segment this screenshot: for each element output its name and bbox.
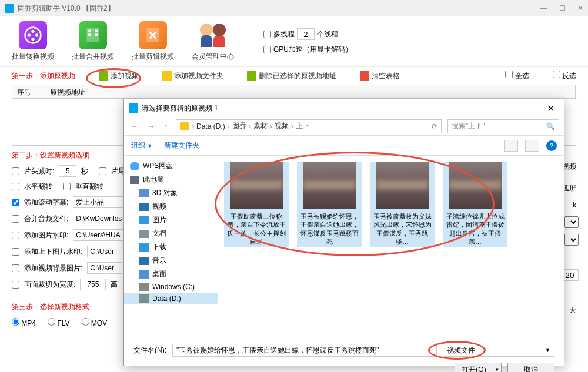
filename-input[interactable] xyxy=(172,344,437,357)
svg-rect-8 xyxy=(95,30,98,32)
bg-image-input[interactable] xyxy=(87,262,122,274)
breadcrumb-segment[interactable]: 素材 xyxy=(253,121,268,131)
svg-point-2 xyxy=(28,33,31,36)
crop-width-checkbox[interactable] xyxy=(12,281,19,289)
batch-cut-video[interactable]: 批量剪辑视频 xyxy=(132,21,174,62)
tree-icon xyxy=(139,257,149,265)
tree-icon xyxy=(130,176,139,184)
sidebar-item[interactable]: 文档 xyxy=(124,227,218,240)
nav-back-button[interactable]: ← xyxy=(129,121,141,132)
batch-convert-video[interactable]: 批量转换视频 xyxy=(12,21,54,62)
file-type-filter[interactable]: 视频文件▼ xyxy=(443,344,554,357)
open-button[interactable]: 打开(O) xyxy=(455,363,502,372)
toolbar-label: 批量合并视频 xyxy=(72,52,114,62)
gpu-checkbox[interactable] xyxy=(263,46,271,53)
scroll-subtitle-checkbox[interactable] xyxy=(12,199,19,206)
step3-label: 第三步：选择新视频格式 xyxy=(12,303,89,311)
film-reel-icon xyxy=(19,21,47,49)
organize-menu[interactable]: 组织 ▼ xyxy=(131,140,152,150)
sidebar-item[interactable]: 桌面 xyxy=(124,267,218,281)
tb-watermark-checkbox[interactable] xyxy=(12,248,19,256)
multithread-checkbox[interactable] xyxy=(263,31,271,38)
cancel-button[interactable]: 取消 xyxy=(507,363,554,372)
sidebar-item[interactable]: 音乐 xyxy=(124,254,218,267)
breadcrumb-segment[interactable]: 上下 xyxy=(296,121,310,131)
partial-select-2[interactable] xyxy=(564,234,579,246)
sidebar-item[interactable]: 3D 对象 xyxy=(124,186,218,200)
format-mov-radio[interactable]: MOV xyxy=(82,318,108,327)
file-item[interactable]: 玉秀被赐婚给怀恩，王偎亲自送她出嫁，怀恩谋反玉秀跳楼而死 xyxy=(297,162,362,247)
file-name: 子澹继位锦儿上位成贵妃，因污蔑王偎被赶出皇宫，被王偎亲… xyxy=(443,211,507,247)
dialog-nav-bar: ← → ↑ › Data (D:)› 固乔› 素材› 视频› 上下 ⟳ 搜索"上… xyxy=(124,117,564,136)
search-input[interactable]: 搜索"上下" 🔍 xyxy=(447,119,559,133)
file-item[interactable]: 玉秀被萧綦收为义妹风光出嫁，宋怀恩为王偎谋反，玉秀跳楼… xyxy=(370,162,435,247)
preview-pane-button[interactable] xyxy=(525,140,539,152)
sidebar-item[interactable]: 图片 xyxy=(124,213,218,227)
tree-label: 音乐 xyxy=(152,256,166,266)
breadcrumb-segment[interactable]: 固乔 xyxy=(232,121,246,131)
cut-head-checkbox[interactable] xyxy=(12,167,19,175)
delete-selected-button[interactable]: 删除已选择的原视频地址 xyxy=(247,71,336,81)
vflip-checkbox[interactable] xyxy=(63,183,71,190)
member-center[interactable]: 会员管理中心 xyxy=(192,21,234,62)
clear-table-button[interactable]: 清空表格 xyxy=(360,71,400,81)
toolbar-label: 会员管理中心 xyxy=(192,52,234,62)
tree-icon xyxy=(139,203,149,211)
tree-label: 此电脑 xyxy=(143,175,164,185)
breadcrumb-segment[interactable]: Data (D:) xyxy=(196,122,225,130)
video-thumbnail xyxy=(449,162,502,209)
breadcrumb[interactable]: › Data (D:)› 固乔› 素材› 视频› 上下 ⟳ xyxy=(176,119,442,133)
batch-merge-video[interactable]: 批量合并视频 xyxy=(72,21,114,62)
maximize-button[interactable]: ☐ xyxy=(559,4,566,12)
partial-select-1[interactable] xyxy=(564,216,579,228)
dialog-close-button[interactable]: ✕ xyxy=(542,103,559,114)
add-folder-button[interactable]: 添加视频文件夹 xyxy=(162,71,223,81)
sidebar-item[interactable]: 视频 xyxy=(124,200,218,213)
filmstrip-icon xyxy=(79,21,107,49)
close-button[interactable]: ✕ xyxy=(577,4,583,12)
hflip-checkbox[interactable] xyxy=(12,183,19,190)
col-path: 原视频地址 xyxy=(45,85,576,98)
help-icon[interactable]: ? xyxy=(546,140,557,151)
add-video-button[interactable]: 添加视频 xyxy=(99,71,139,81)
svg-point-4 xyxy=(31,38,34,41)
crop-width-input[interactable] xyxy=(80,279,106,290)
main-toolbar: 批量转换视频 批量合并视频 批量剪辑视频 会员管理中心 多线程 个线程 GPU加… xyxy=(0,16,588,67)
tree-label: Windows (C:) xyxy=(152,283,195,291)
scroll-subtitle-input[interactable] xyxy=(73,196,129,208)
nav-forward-button[interactable]: → xyxy=(145,121,157,132)
breadcrumb-segment[interactable]: 视频 xyxy=(275,121,289,131)
invert-selection-checkbox[interactable]: 反选 xyxy=(553,71,576,81)
format-flv-radio[interactable]: FLV xyxy=(48,318,69,327)
cut-head-input[interactable] xyxy=(59,165,76,177)
image-watermark-input[interactable] xyxy=(73,229,129,241)
merge-audio-input[interactable] xyxy=(73,213,129,224)
thread-count-input[interactable] xyxy=(297,28,315,40)
window-title: 固乔剪辑助手 V10.0 【固乔2】 xyxy=(18,4,540,14)
select-all-checkbox[interactable]: 全选 xyxy=(505,71,529,81)
tree-label: 图片 xyxy=(152,215,166,225)
video-thumbnail xyxy=(376,162,429,209)
nav-up-button[interactable]: ↑ xyxy=(162,121,170,132)
view-mode-button[interactable] xyxy=(504,140,518,152)
sidebar-item[interactable]: 此电脑 xyxy=(124,173,218,186)
minimize-button[interactable]: — xyxy=(540,4,547,12)
tb-watermark-input[interactable] xyxy=(87,246,122,257)
video-thumbnail xyxy=(303,162,356,209)
new-folder-button[interactable]: 新建文件夹 xyxy=(164,140,199,150)
tree-label: 下载 xyxy=(152,242,166,252)
file-item[interactable]: 王偎助萧綦上位称帝，亲自下令流放王氏一族，长公主挥剑自尽 xyxy=(224,162,289,247)
sidebar-item[interactable]: Windows (C:) xyxy=(124,281,218,293)
tree-icon xyxy=(139,294,149,303)
bg-image-checkbox[interactable] xyxy=(12,264,19,272)
format-mp4-radio[interactable]: MP4 xyxy=(12,318,36,327)
file-name: 王偎助萧綦上位称帝，亲自下令流放王氏一族，长公主挥剑自尽 xyxy=(224,211,289,247)
sidebar-item[interactable]: 下载 xyxy=(124,240,218,254)
cut-tail-checkbox[interactable] xyxy=(99,167,106,175)
tree-icon xyxy=(130,162,139,170)
image-watermark-checkbox[interactable] xyxy=(12,232,19,239)
sidebar-item[interactable]: WPS网盘 xyxy=(124,159,218,173)
merge-audio-checkbox[interactable] xyxy=(12,215,19,223)
file-item[interactable]: 子澹继位锦儿上位成贵妃，因污蔑王偎被赶出皇宫，被王偎亲… xyxy=(443,162,507,247)
sidebar-item[interactable]: Data (D:) xyxy=(124,293,218,304)
